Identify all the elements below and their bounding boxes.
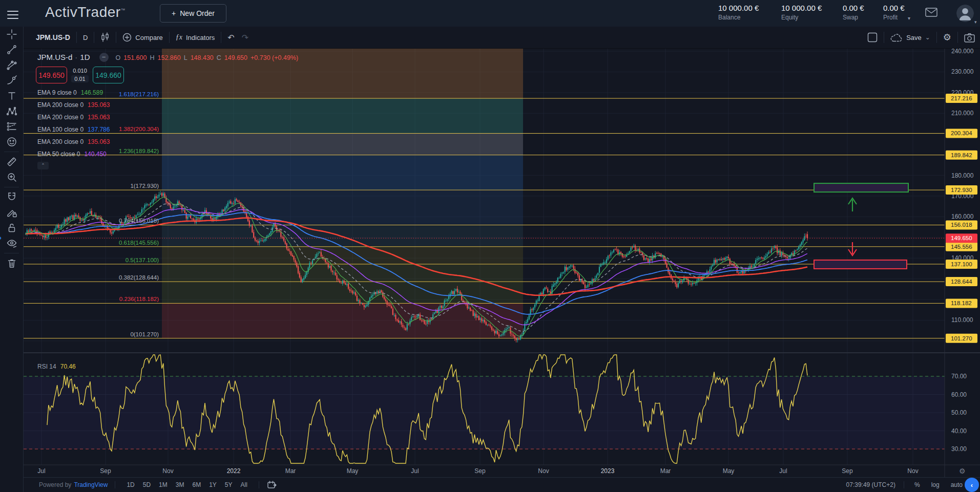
svg-text:Jul: Jul [37,467,45,475]
buy-zone-rectangle[interactable] [814,183,908,192]
rsi-legend[interactable]: RSI 1470.46 [37,363,76,370]
crosshair-tool[interactable] [0,27,24,42]
arrow-down-drawing[interactable] [848,242,857,255]
indicator-row[interactable]: EMA 200 close 0135.063 [37,114,110,121]
tradingview-link[interactable]: TradingView [74,481,108,488]
bottom-bar: Powered by TradingView 1D 5D 1M 3M 6M 1Y… [24,477,980,492]
topbar: ActivTrader™ + New Order 10 000.00 €Bala… [0,0,980,27]
brush-tool[interactable] [0,73,24,88]
svg-text:217.216: 217.216 [951,95,972,101]
xabcd-pattern-tool[interactable] [0,103,24,119]
collapse-panel-button[interactable]: ‹ [965,478,979,492]
svg-text:Mar: Mar [660,467,671,475]
indicators-button[interactable]: ƒx Indicators [176,33,215,41]
account-caret-icon[interactable]: ▾ [908,15,910,21]
spread-display: 0.010 0.01 [68,68,92,83]
avatar-caret-icon[interactable]: ▾ [974,19,977,25]
svg-text:101.270: 101.270 [951,335,972,341]
indicator-row[interactable]: EMA 200 close 0135.063 [37,138,110,145]
legend-symbol[interactable]: JPM.US-d [37,53,72,61]
save-button[interactable]: Save ⌄ [890,33,930,42]
gann-fib-tool[interactable] [0,57,24,73]
legend-ohlc: O151.600 H152.860 L148.430 C149.650 +0.7… [116,54,299,61]
interval-button[interactable]: D [83,34,88,41]
range-1y-button[interactable]: 1Y [209,481,217,488]
svg-text:1.236(189.842): 1.236(189.842) [119,148,159,154]
layout-square-icon [867,32,878,42]
svg-text:Nov: Nov [162,467,173,475]
sell-zone-rectangle[interactable] [814,260,907,269]
svg-text:May: May [723,467,735,475]
indicator-row[interactable]: EMA 50 close 0140.450 [37,151,107,158]
chart-legend: JPM.US-d · 1D − O151.600 H152.860 L148.4… [37,53,298,62]
sell-bid-button[interactable]: 149.650 [36,67,67,83]
svg-text:Nov: Nov [538,467,549,475]
mail-icon[interactable] [925,8,937,17]
range-6m-button[interactable]: 6M [192,481,201,488]
svg-text:May: May [347,467,359,475]
svg-text:118.182: 118.182 [951,300,972,306]
drawing-mode-lock-tool[interactable] [0,205,24,220]
svg-text:160.000: 160.000 [951,213,974,220]
buy-ask-button[interactable]: 149.660 [93,67,124,83]
svg-text:2023: 2023 [601,467,615,475]
clock-display[interactable]: 07:39:49 (UTC+2) [846,481,895,488]
magnet-tool[interactable] [0,189,24,205]
indicator-row[interactable]: EMA 100 close 0137.786 [37,126,110,133]
range-1d-button[interactable]: 1D [127,481,134,488]
price-chart[interactable]: 1.618(217.216)1.382(200.304)1.236(189.84… [0,0,980,492]
arrow-up-drawing[interactable] [848,198,857,211]
auto-scale-button[interactable]: auto [951,481,963,488]
layout-button[interactable] [867,32,878,42]
goto-date-button[interactable] [267,481,277,489]
undo-button[interactable]: ↶ [227,33,234,42]
compare-button[interactable]: Compare [122,33,162,42]
remove-drawings-trash-tool[interactable] [0,255,24,271]
avatar[interactable] [956,5,974,22]
text-tool[interactable] [0,88,24,103]
panel-expand-chevron-icon[interactable]: › [0,233,2,242]
svg-text:Sep: Sep [474,467,486,475]
symbol-button[interactable]: JPM.US-D [36,33,70,41]
forecast-tool[interactable] [0,119,24,134]
range-5d-button[interactable]: 5D [143,481,151,488]
ema-row-value-3: 137.786 [88,126,110,133]
plus-icon: + [172,9,176,17]
settings-gear-icon[interactable]: ⚙ [943,32,951,43]
range-3m-button[interactable]: 3M [176,481,184,488]
lock-all-tool[interactable] [0,220,24,236]
cloud-icon [890,33,903,42]
hide-drawings-eye-tool[interactable] [0,236,24,251]
ema-row-value-0: 146.589 [81,89,103,96]
emoji-tool[interactable] [0,134,24,149]
chart-style-button[interactable] [100,32,110,42]
svg-text:240.000: 240.000 [951,48,974,55]
svg-text:30.00: 30.00 [951,445,967,453]
axis-settings-gear-icon[interactable]: ⚙ [959,467,966,475]
range-5y-button[interactable]: 5Y [225,481,233,488]
circle-plus-icon [122,33,132,42]
zoom-in-tool[interactable] [0,169,24,185]
range-all-button[interactable]: All [241,481,247,488]
svg-text:Jul: Jul [411,467,419,475]
log-scale-button[interactable]: log [931,481,940,488]
legend-collapse-icon[interactable]: − [99,53,109,62]
svg-text:1(172.930): 1(172.930) [130,183,159,189]
menu-icon[interactable] [7,8,18,17]
indicator-row[interactable]: EMA 9 close 0146.589 [37,89,103,96]
trendline-tool[interactable] [0,42,24,57]
indicator-row[interactable]: EMA 200 close 0135.063 [37,101,110,109]
new-order-button[interactable]: + New Order [160,4,226,23]
svg-text:156.018: 156.018 [951,222,972,228]
screenshot-button[interactable] [964,33,975,42]
quote-panel: 149.650 0.010 0.01 149.660 [36,67,124,83]
collapse-indicators-button[interactable]: ⌃ [37,162,49,169]
svg-text:1.618(217.216): 1.618(217.216) [119,91,159,97]
percent-scale-button[interactable]: % [914,481,920,488]
svg-text:180.000: 180.000 [951,172,974,179]
svg-text:1.382(200.304): 1.382(200.304) [119,126,159,132]
measure-tool[interactable] [0,154,24,169]
balance-display: 10 000.00 €Balance [718,4,759,21]
range-1m-button[interactable]: 1M [159,481,168,488]
redo-button[interactable]: ↷ [242,33,248,42]
